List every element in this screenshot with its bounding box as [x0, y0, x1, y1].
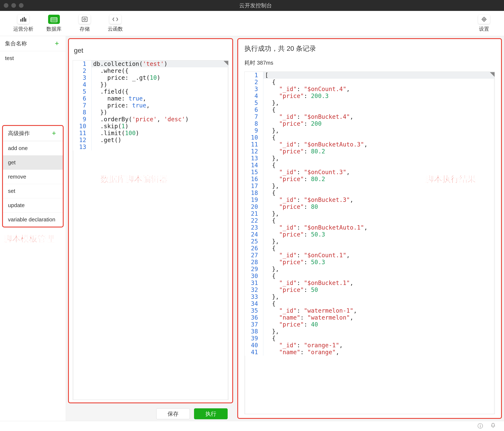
bell-icon[interactable]: [491, 423, 495, 429]
svg-rect-0: [20, 19, 21, 22]
code-line[interactable]: 4 }): [73, 81, 228, 88]
code-line[interactable]: 13: [73, 143, 228, 150]
status-bar: ⓘ: [0, 421, 504, 431]
advanced-op-item[interactable]: variable declaration: [3, 212, 63, 227]
result-line: 14 {: [245, 162, 495, 169]
collections-title: 集合名称: [5, 40, 27, 47]
svg-rect-3: [25, 18, 26, 22]
advanced-op-item[interactable]: remove: [3, 169, 63, 184]
annotation-template-mgmt: 脚本模板管理: [0, 229, 66, 248]
editor-title: get: [73, 43, 228, 60]
svg-rect-2: [24, 17, 25, 22]
minimize-dot-icon[interactable]: [11, 3, 16, 8]
result-fold-icon[interactable]: [490, 72, 495, 76]
result-line: 41 "name": "orange",: [245, 349, 495, 356]
add-collection-button[interactable]: +: [55, 41, 61, 47]
svg-point-10: [482, 18, 486, 21]
nav-database[interactable]: 数据库: [42, 15, 65, 32]
code-line[interactable]: 1db.collection('test'): [73, 61, 228, 67]
result-line: 31 "_id": "$onBucket.1",: [245, 280, 495, 286]
result-line: 25 },: [245, 238, 495, 245]
result-line: 21 },: [245, 210, 495, 217]
add-advanced-op-button[interactable]: +: [52, 131, 58, 136]
left-sidebar: 集合名称 + test 高级操作 + add onegetremovesetup…: [0, 36, 66, 421]
code-line[interactable]: 2 .where({: [73, 67, 228, 74]
advanced-op-item[interactable]: add one: [3, 141, 63, 155]
collection-item[interactable]: test: [0, 51, 66, 65]
svg-rect-1: [22, 18, 23, 22]
result-column: 执行成功，共 20 条记录 耗时 387ms 1[2 {3 "_id": "$o…: [235, 36, 504, 421]
result-line: 2 {: [245, 79, 495, 86]
svg-point-11: [483, 19, 485, 20]
result-line: 23 "_id": "$onBucketAuto.1",: [245, 224, 495, 231]
code-line[interactable]: 12 .get(): [73, 137, 228, 143]
function-icon: [109, 15, 121, 24]
result-line: 17 },: [245, 183, 495, 189]
code-line[interactable]: 9 .orderBy('price', 'desc'): [73, 116, 228, 123]
svg-rect-4: [51, 18, 57, 22]
advanced-op-item[interactable]: get: [3, 155, 63, 169]
window-controls: [4, 3, 24, 8]
svg-marker-16: [224, 61, 228, 65]
code-line[interactable]: 11 .limit(100): [73, 130, 228, 137]
code-line[interactable]: 3 price: _.gt(10): [73, 74, 228, 81]
result-line: 36 "name": "watermelon",: [245, 314, 495, 321]
collections-header: 集合名称 +: [0, 36, 66, 51]
result-line: 16 "price": 80.2: [245, 176, 495, 183]
editor-panel: get 1db.collection('test')2 .where({3 pr…: [68, 38, 233, 403]
nav-storage-label: 存储: [73, 26, 96, 32]
code-editor[interactable]: 1db.collection('test')2 .where({3 price:…: [73, 60, 228, 400]
result-line: 27 "_id": "$onCount.1",: [245, 252, 495, 259]
maximize-dot-icon[interactable]: [19, 3, 24, 8]
advanced-ops-header: 高级操作 +: [3, 126, 63, 141]
code-line[interactable]: 8 }): [73, 109, 228, 116]
result-line: 6 {: [245, 106, 495, 113]
nav-storage[interactable]: 存储: [73, 15, 96, 32]
result-panel: 执行成功，共 20 条记录 耗时 387ms 1[2 {3 "_id": "$o…: [237, 38, 502, 419]
gear-icon: [478, 15, 490, 24]
result-line: 11 "_id": "$onBucketAuto.3",: [245, 141, 495, 148]
result-line: 1[: [245, 72, 495, 79]
result-line: 22 {: [245, 217, 495, 224]
result-line: 34 {: [245, 300, 495, 307]
result-line: 3 "_id": "$onCount.4",: [245, 86, 495, 93]
window-titlebar: 云开发控制台: [0, 0, 504, 11]
nav-database-label: 数据库: [42, 26, 65, 32]
main-area: 集合名称 + test 高级操作 + add onegetremovesetup…: [0, 36, 504, 421]
advanced-ops-title: 高级操作: [8, 130, 30, 137]
result-line: 9 },: [245, 127, 495, 134]
nav-function[interactable]: 云函数: [104, 15, 127, 32]
nav-settings[interactable]: 设置: [472, 15, 495, 32]
code-line[interactable]: 5 .field({: [73, 88, 228, 95]
window-title: 云开发控制台: [24, 2, 488, 9]
nav-analytics[interactable]: 运营分析: [12, 15, 35, 32]
result-line: 10 {: [245, 134, 495, 141]
editor-fold-icon[interactable]: [224, 61, 228, 65]
nav-analytics-label: 运营分析: [12, 26, 35, 32]
storage-icon: [79, 15, 90, 24]
svg-marker-17: [490, 72, 495, 77]
advanced-ops-panel: 高级操作 + add onegetremovesetupdatevariable…: [2, 125, 64, 228]
code-line[interactable]: 7 price: true,: [73, 102, 228, 109]
run-button[interactable]: 执行: [194, 408, 228, 419]
result-line: 24 "price": 50.3: [245, 231, 495, 238]
advanced-op-item[interactable]: set: [3, 184, 63, 198]
result-line: 15 "_id": "$onCount.3",: [245, 169, 495, 176]
result-line: 37 "price": 40: [245, 321, 495, 328]
result-line: 13 },: [245, 155, 495, 162]
info-icon[interactable]: ⓘ: [477, 422, 483, 430]
code-line[interactable]: 6 name: true,: [73, 95, 228, 102]
editor-buttons: 保存 执行: [66, 405, 235, 421]
result-viewer[interactable]: 1[2 {3 "_id": "$onCount.4",4 "price": 20…: [244, 71, 495, 414]
save-button[interactable]: 保存: [156, 408, 190, 419]
code-line[interactable]: 10 .skip(1): [73, 123, 228, 130]
result-line: 38 },: [245, 328, 495, 335]
advanced-op-item[interactable]: update: [3, 198, 63, 212]
result-line: 4 "price": 200.3: [245, 93, 495, 99]
close-dot-icon[interactable]: [4, 3, 9, 8]
result-line: 18 {: [245, 189, 495, 196]
nav-settings-label: 设置: [472, 26, 495, 32]
nav-function-label: 云函数: [104, 26, 127, 32]
editor-column: get 1db.collection('test')2 .where({3 pr…: [66, 36, 235, 421]
result-line: 7 "_id": "$onBucket.4",: [245, 113, 495, 120]
